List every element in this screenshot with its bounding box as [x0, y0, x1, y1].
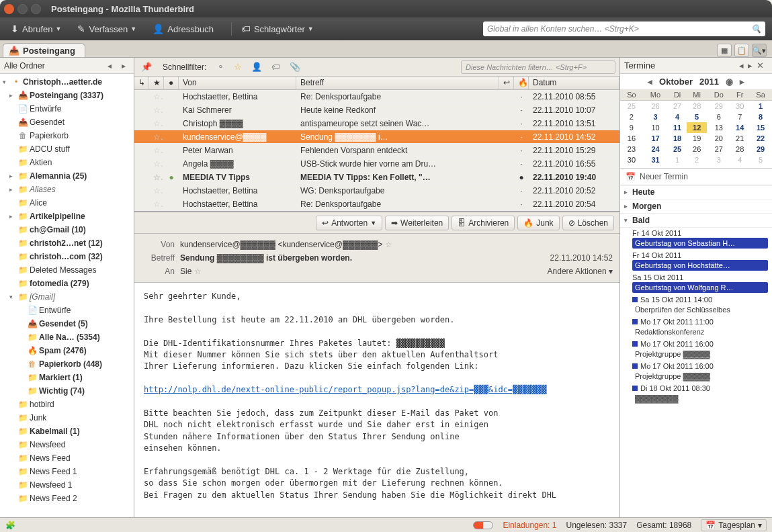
calendar-day[interactable]: 15	[749, 122, 772, 133]
folder-item[interactable]: ▾•Christoph…aetter.de	[0, 75, 134, 89]
calendar-day[interactable]: 29	[749, 144, 772, 154]
calendar-day[interactable]: 13	[707, 122, 730, 133]
folder-item[interactable]: 🗑Papierkorb (448)	[0, 357, 134, 371]
folder-item[interactable]: 📁Alle Na… (5354)	[0, 330, 134, 344]
compose-button[interactable]: ✎Verfassen▼	[73, 21, 140, 36]
folder-item[interactable]: 🔥Spam (2476)	[0, 344, 134, 357]
dayplan-button[interactable]: 📅 Tagesplan ▾	[701, 519, 767, 531]
calendar-day[interactable]: 3	[707, 154, 730, 165]
agenda-item[interactable]: Di 18 Okt 2011 08:30▓▓▓▓▓▓▓▓	[620, 383, 772, 405]
read-column[interactable]: ●	[164, 77, 179, 89]
tracking-link[interactable]: http://nolp.dhl.de/nextt-online-public/r…	[144, 385, 547, 394]
folder-item[interactable]: 📁ADCU stuff	[0, 142, 134, 156]
folder-item[interactable]: ▸📥Posteingang (3337)	[0, 89, 134, 102]
folder-item[interactable]: ▸📁Artikelpipeline	[0, 210, 134, 223]
agenda-section[interactable]: ▸ Morgen	[620, 200, 772, 214]
calendar-day[interactable]: 17	[643, 133, 668, 144]
tag-filter-icon[interactable]: 🏷	[269, 60, 283, 73]
calendar-day[interactable]: 1	[749, 101, 772, 112]
calendar-day[interactable]: 2	[687, 154, 707, 165]
agenda-item[interactable]: Mo 17 Okt 2011 11:00Redaktionskonferenz	[620, 316, 772, 339]
window-maximize-button[interactable]	[31, 4, 41, 14]
message-row[interactable]: ☆Angela ▓▓▓▓USB-Stick wurde hier vorne a…	[134, 157, 619, 171]
window-minimize-button[interactable]	[17, 4, 28, 14]
subject-column-header[interactable]: Betreff	[296, 77, 499, 89]
agenda-list[interactable]: ▸ Heute▸ Morgen▾ BaldFr 14 Okt 2011Gebur…	[620, 185, 772, 517]
archive-button[interactable]: 🗄Archivieren	[452, 216, 515, 230]
folder-item[interactable]: 📁News Feed	[0, 451, 134, 465]
cal-prev-icon[interactable]: ◂	[648, 77, 652, 87]
calendar-day[interactable]: 24	[643, 144, 668, 154]
message-row[interactable]: ☆Christoph ▓▓▓▓antispameurope setzt sein…	[134, 117, 619, 130]
other-actions-button[interactable]: Andere Aktionen ▾	[548, 267, 613, 276]
invitations-count[interactable]: Einladungen: 1	[503, 521, 556, 530]
from-column-header[interactable]: Von	[179, 77, 296, 89]
calendar-day[interactable]: 6	[707, 112, 730, 122]
calendar-day[interactable]: 26	[687, 144, 707, 154]
prev-icon[interactable]: ◂	[739, 60, 748, 71]
calendar-day[interactable]: 4	[668, 112, 687, 122]
agenda-item[interactable]: Sa 15 Okt 2011 14:00Überprüfen der Schlü…	[620, 294, 772, 316]
folder-item[interactable]: 📁News Feed 1	[0, 465, 134, 478]
folder-item[interactable]: 📁Kabelmail (1)	[0, 425, 134, 438]
calendar-day[interactable]: 9	[620, 122, 643, 133]
folder-item[interactable]: 📁Aktien	[0, 156, 134, 169]
reply-button[interactable]: ↩Antworten▼	[316, 216, 382, 230]
forward-button[interactable]: ➡Weiterleiten	[385, 216, 449, 230]
calendar-day[interactable]: 23	[620, 144, 643, 154]
message-row[interactable]: ☆●MEEDIA TV TippsMEEDIA TV Tipps: Ken Fo…	[134, 171, 619, 184]
online-toggle[interactable]	[473, 521, 493, 529]
next-icon[interactable]: ▸	[748, 60, 757, 71]
calendar-day[interactable]: 4	[730, 154, 749, 165]
window-close-button[interactable]	[4, 4, 14, 14]
folder-item[interactable]: 📁News Feed 2	[0, 492, 134, 505]
message-row[interactable]: ☆kundenservice@▓▓▓▓Sendung ▓▓▓▓▓▓▓ i…·22…	[134, 130, 619, 144]
calendar-day[interactable]: 27	[707, 144, 730, 154]
folder-item[interactable]: ▸📁Alemannia (25)	[0, 169, 134, 183]
agenda-section[interactable]: ▾ Bald	[620, 214, 772, 228]
thread-column[interactable]: ↳	[134, 77, 149, 89]
folder-item[interactable]: 📁Markiert (1)	[0, 371, 134, 384]
calendar-day[interactable]: 25	[668, 144, 687, 154]
message-row[interactable]: ☆Kai SchmererHeute keine Redkonf·22.11.2…	[134, 103, 619, 117]
calendar-day[interactable]: 16	[620, 133, 643, 144]
calendar-day[interactable]: 3	[643, 112, 668, 122]
calendar-day[interactable]: 11	[668, 122, 687, 133]
calendar-day[interactable]: 18	[668, 133, 687, 144]
agenda-item[interactable]: Mo 17 Okt 2011 16:00Projektgruppe ▓▓▓▓▓	[620, 361, 772, 383]
pin-icon[interactable]: 📌	[138, 60, 155, 73]
folder-item[interactable]: 📄Entwürfe	[0, 102, 134, 116]
star-filter-icon[interactable]: ☆	[231, 60, 245, 73]
junk-column[interactable]: 🔥	[514, 77, 529, 89]
calendar-day[interactable]: 7	[730, 112, 749, 122]
calendar-day[interactable]: 1	[668, 154, 687, 165]
message-row[interactable]: ☆Hochstaetter, BettinaWG: Denksportaufga…	[134, 184, 619, 197]
message-row[interactable]: ☆Peter MarwanFehlenden Vorspann entdeckt…	[134, 144, 619, 157]
message-body[interactable]: Sehr geehrter Kunde, Ihre Bestellung ist…	[134, 283, 619, 517]
folder-item[interactable]: 📁Newsfeed	[0, 438, 134, 451]
folder-item[interactable]: 📁Newsfeed 1	[0, 478, 134, 492]
global-search-input[interactable]: Global in allen Konten suchen… <Strg+K> …	[483, 21, 765, 36]
folder-item[interactable]: 📁hotbird	[0, 398, 134, 411]
contact-filter-icon[interactable]: 👤	[249, 60, 265, 73]
calendar-day[interactable]: 5	[687, 112, 707, 122]
calendar-day[interactable]: 10	[643, 122, 668, 133]
cal-today-icon[interactable]: ◉	[726, 77, 733, 87]
view-toggle-1[interactable]: ▦	[717, 44, 732, 57]
calendar-day[interactable]: 30	[730, 101, 749, 112]
unread-filter-icon[interactable]: ⚬	[214, 60, 227, 73]
calendar-day[interactable]: 27	[668, 101, 687, 112]
folder-item[interactable]: 📄Entwürfe	[0, 304, 134, 317]
date-column-header[interactable]: Datum	[529, 77, 619, 89]
calendar-day[interactable]: 12	[687, 122, 707, 133]
agenda-item[interactable]: Sa 15 Okt 2011Geburtstag von Wolfgang R…	[620, 272, 772, 294]
tags-button[interactable]: 🏷Schlagwörter▼	[237, 21, 318, 36]
folder-item[interactable]: 📁Deleted Messages	[0, 263, 134, 277]
folder-item[interactable]: 📁Alice	[0, 196, 134, 210]
fetch-button[interactable]: ⬇Abrufen▼	[7, 21, 65, 36]
folder-item[interactable]: 📁fotomedia (279)	[0, 277, 134, 290]
cal-next-icon[interactable]: ▸	[740, 77, 744, 87]
tab-inbox[interactable]: 📥 Posteingang	[3, 43, 85, 57]
folder-item[interactable]: 📁christoh…com (32)	[0, 250, 134, 263]
calendar-day[interactable]: 21	[730, 133, 749, 144]
